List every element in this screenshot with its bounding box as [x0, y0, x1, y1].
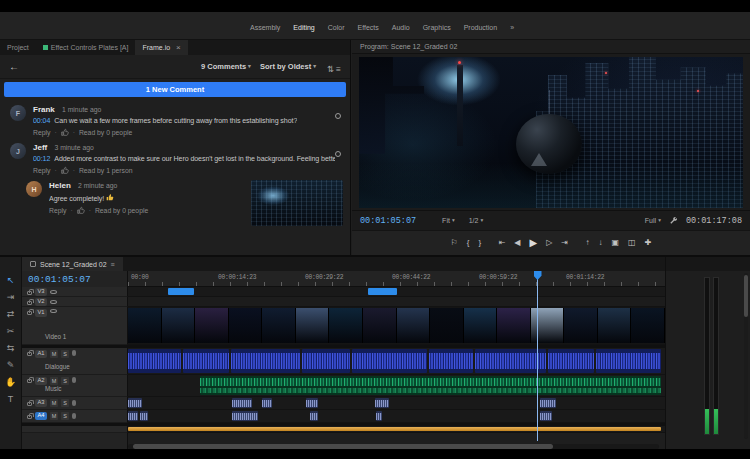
- sfx-audio-clip[interactable]: [128, 411, 138, 421]
- sfx-audio-clip[interactable]: [375, 398, 389, 408]
- sfx-audio-clip[interactable]: [540, 411, 552, 421]
- comments-count-dropdown[interactable]: 9 Comments▾: [201, 62, 251, 71]
- dialogue-audio-clip[interactable]: [596, 349, 661, 373]
- like-icon[interactable]: [61, 166, 69, 174]
- comparison-view-icon[interactable]: ◫: [628, 239, 636, 247]
- track-header-v1[interactable]: V1 Video 1: [22, 307, 128, 345]
- settings-wrench-icon[interactable]: [669, 216, 678, 225]
- track-badge-a4[interactable]: A4: [35, 412, 47, 420]
- lock-icon[interactable]: [27, 301, 32, 305]
- video-clip-frame[interactable]: [128, 308, 162, 343]
- back-arrow-icon[interactable]: ←: [9, 61, 19, 72]
- unread-indicator[interactable]: [335, 151, 341, 157]
- lock-icon[interactable]: [27, 352, 32, 356]
- marker-bar-clip[interactable]: [128, 427, 661, 431]
- lane-a2[interactable]: [128, 375, 665, 397]
- tab-project[interactable]: Project: [0, 40, 36, 55]
- voiceover-record-icon[interactable]: [72, 413, 76, 419]
- zoom-dropdown[interactable]: Full▾: [645, 217, 661, 224]
- program-video-preview[interactable]: [359, 57, 743, 208]
- step-forward-icon[interactable]: ▷: [546, 239, 552, 247]
- button-editor-icon[interactable]: ✚: [645, 239, 652, 247]
- dialogue-audio-clip[interactable]: [475, 349, 546, 373]
- lock-icon[interactable]: [27, 311, 32, 315]
- reply-button[interactable]: Reply: [33, 167, 50, 174]
- sfx-audio-clip[interactable]: [376, 411, 382, 421]
- solo-button[interactable]: S: [61, 377, 69, 385]
- video-clip-frame[interactable]: [162, 308, 196, 343]
- track-select-tool-icon[interactable]: ⇥: [0, 289, 21, 306]
- go-to-in-icon[interactable]: ⇤: [499, 239, 506, 247]
- step-back-icon[interactable]: ◀: [514, 239, 520, 247]
- track-badge-v3[interactable]: V3: [35, 288, 47, 296]
- program-monitor-title[interactable]: Program: Scene 12_Graded 02: [352, 40, 750, 54]
- track-output-eye-icon[interactable]: [50, 290, 57, 294]
- lane-marker[interactable]: [128, 426, 665, 433]
- track-badge-a1[interactable]: A1: [35, 350, 47, 358]
- mute-button[interactable]: M: [50, 350, 58, 358]
- video-clip-frame[interactable]: [195, 308, 229, 343]
- workspace-tab-editing[interactable]: Editing: [293, 24, 314, 31]
- unread-indicator[interactable]: [335, 113, 341, 119]
- reply-button[interactable]: Reply: [33, 129, 50, 136]
- mark-in-icon[interactable]: {: [467, 239, 470, 247]
- new-comment-banner[interactable]: 1 New Comment: [4, 82, 346, 97]
- fit-dropdown[interactable]: Fit▾: [442, 217, 455, 224]
- workspace-overflow-icon[interactable]: »: [510, 24, 514, 31]
- workspace-tab-effects[interactable]: Effects: [357, 24, 378, 31]
- track-name-dialogue[interactable]: Dialogue: [45, 363, 70, 370]
- dialogue-audio-clip[interactable]: [183, 349, 229, 373]
- mute-button[interactable]: M: [50, 412, 58, 420]
- comment-item[interactable]: J Jeff 3 minute ago 00:12Added more cont…: [0, 138, 350, 176]
- dialogue-audio-clip[interactable]: [429, 349, 473, 373]
- ripple-edit-tool-icon[interactable]: ⇄: [0, 306, 21, 323]
- playback-resolution-dropdown[interactable]: 1/2▾: [469, 217, 484, 224]
- track-header-a2[interactable]: A2 M S Music: [22, 375, 128, 397]
- graphic-clip[interactable]: [368, 288, 397, 295]
- comment-timecode-link[interactable]: 00:12: [33, 155, 50, 163]
- lock-icon[interactable]: [27, 402, 32, 406]
- video-clip-frame[interactable]: [497, 308, 531, 343]
- track-output-eye-icon[interactable]: [50, 300, 57, 304]
- track-output-eye-icon[interactable]: [50, 309, 57, 313]
- track-header-a3[interactable]: A3 M S: [22, 397, 128, 410]
- dialogue-audio-clip[interactable]: [231, 349, 300, 373]
- workspace-tab-assembly[interactable]: Assembly: [250, 24, 280, 31]
- lane-a4[interactable]: [128, 410, 665, 423]
- vertical-scrollbar[interactable]: [744, 273, 748, 439]
- like-icon[interactable]: [61, 128, 69, 136]
- workspace-tab-audio[interactable]: Audio: [392, 24, 410, 31]
- track-badge-v2[interactable]: V2: [35, 298, 47, 306]
- lane-v3[interactable]: [128, 287, 665, 297]
- panel-menu-icon[interactable]: ≡: [111, 261, 115, 268]
- export-frame-icon[interactable]: ▣: [612, 239, 620, 247]
- add-marker-icon[interactable]: ⚐: [451, 239, 458, 247]
- track-header-a4[interactable]: A4 M S: [22, 410, 128, 423]
- dialogue-audio-clip[interactable]: [352, 349, 427, 373]
- workspace-tab-graphics[interactable]: Graphics: [423, 24, 451, 31]
- play-icon[interactable]: ▶: [529, 238, 537, 248]
- lock-icon[interactable]: [27, 415, 32, 419]
- lane-a3[interactable]: [128, 397, 665, 410]
- tab-effect-controls[interactable]: Effect Controls Plates [A]: [36, 40, 136, 55]
- video-clip-frame[interactable]: [598, 308, 632, 343]
- sfx-audio-clip[interactable]: [540, 398, 556, 408]
- sfx-audio-clip[interactable]: [232, 411, 258, 421]
- track-header-a1[interactable]: A1 M S Dialogue: [22, 348, 128, 375]
- type-tool-icon[interactable]: T: [0, 391, 21, 408]
- mute-button[interactable]: M: [50, 399, 58, 407]
- hand-tool-icon[interactable]: ✋: [0, 374, 21, 391]
- lift-icon[interactable]: ↑: [586, 239, 590, 247]
- comment-timecode-link[interactable]: 00:04: [33, 117, 50, 125]
- workspace-tab-color[interactable]: Color: [328, 24, 345, 31]
- lock-icon[interactable]: [27, 379, 32, 383]
- video-clip-frame[interactable]: [262, 308, 296, 343]
- lane-v2[interactable]: [128, 297, 665, 307]
- video-clip-frame[interactable]: [564, 308, 598, 343]
- lock-icon[interactable]: [27, 291, 32, 295]
- track-header-master[interactable]: [22, 426, 128, 433]
- like-icon[interactable]: [77, 206, 85, 214]
- track-name-video1[interactable]: Video 1: [45, 333, 66, 340]
- solo-button[interactable]: S: [61, 399, 69, 407]
- vertical-scrollbar-handle[interactable]: [744, 275, 748, 317]
